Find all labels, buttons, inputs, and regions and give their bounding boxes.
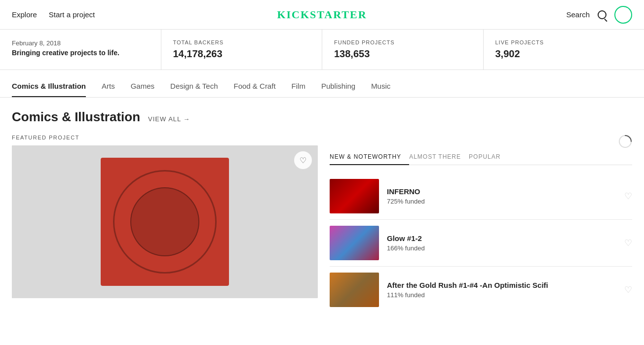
project-name: INFERNO [387,187,632,196]
project-list: INFERNO725% funded♡Glow #1-2166% funded♡… [330,173,632,313]
featured-image-wrap: ♡ [12,145,318,298]
stats-tagline: Bringing creative projects to life. [12,49,149,57]
spinner-icon [618,135,632,148]
art-circle [113,170,217,274]
backers-label: TOTAL BACKERS [173,39,310,45]
featured-artwork [12,145,318,298]
featured-label: FEATURED PROJECT [12,135,318,140]
stats-bar: February 8, 2018 Bringing creative proje… [0,30,644,70]
stats-backers-cell: TOTAL BACKERS 14,178,263 [161,30,323,69]
project-thumbnail[interactable] [330,273,379,307]
start-project-link[interactable]: Start a project [49,10,95,19]
view-all-arrow: → [183,115,190,123]
nav-left: Explore Start a project [12,10,95,19]
sub-tab-new-noteworthy[interactable]: NEW & NOTEWORTHY [330,149,409,165]
view-all-text: VIEW ALL [148,115,181,123]
loading-indicator [618,135,632,150]
project-funded: 166% funded [387,244,632,252]
project-info: INFERNO725% funded [387,187,632,205]
project-heart-button[interactable]: ♡ [624,238,632,248]
project-heart-button[interactable]: ♡ [624,284,632,295]
sub-tab-popular[interactable]: POPULAR [469,149,508,165]
project-funded: 725% funded [387,198,632,205]
category-tab-arts[interactable]: Arts [102,74,115,97]
navigation: Explore Start a project KICKSTARTER Sear… [0,0,644,30]
section-header: Comics & Illustration VIEW ALL → [12,109,632,125]
sub-tab-almost-there[interactable]: ALMOST THERE [409,149,469,165]
stats-live-cell: LIVE PROJECTS 3,902 [484,30,644,69]
category-tab-food-craft[interactable]: Food & Craft [234,74,276,97]
section-title: Comics & Illustration [12,109,140,125]
site-logo[interactable]: KICKSTARTER [277,8,367,21]
stats-date-cell: February 8, 2018 Bringing creative proje… [0,30,161,69]
category-tab-publishing[interactable]: Publishing [321,74,355,97]
category-tab-comics-illustration[interactable]: Comics & Illustration [12,74,86,97]
list-item: After the Gold Rush #1-#4 -An Optimistic… [330,267,632,313]
live-value: 3,902 [495,48,633,60]
art-circle-inner [130,187,199,256]
category-tab-music[interactable]: Music [371,74,390,97]
project-name: Glow #1-2 [387,234,632,242]
project-name: After the Gold Rush #1-#4 -An Optimistic… [387,281,632,289]
spinner-area [330,135,632,149]
category-tab-design-tech[interactable]: Design & Tech [170,74,218,97]
project-thumbnail[interactable] [330,226,379,260]
search-icon[interactable] [598,10,606,19]
featured-heart-button[interactable]: ♡ [294,151,312,169]
list-item: Glow #1-2166% funded♡ [330,220,632,267]
live-label: LIVE PROJECTS [495,39,633,45]
project-info: Glow #1-2166% funded [387,234,632,252]
featured-column: FEATURED PROJECT ♡ [12,135,318,313]
main-content: Comics & Illustration VIEW ALL → FEATURE… [0,98,644,313]
project-heart-button[interactable]: ♡ [624,191,632,202]
nav-right: Search [566,6,632,24]
right-panel: NEW & NOTEWORTHYALMOST THEREPOPULAR INFE… [330,135,632,313]
sub-tabs: NEW & NOTEWORTHYALMOST THEREPOPULAR [330,149,632,165]
category-tab-film[interactable]: Film [292,74,305,97]
project-info: After the Gold Rush #1-#4 -An Optimistic… [387,281,632,299]
category-tab-games[interactable]: Games [131,74,154,97]
project-thumbnail[interactable] [330,179,379,213]
funded-value: 138,653 [334,48,471,60]
stats-funded-cell: FUNDED PROJECTS 138,653 [322,30,484,69]
search-label: Search [566,10,590,19]
stats-date: February 8, 2018 [12,39,149,47]
content-row: FEATURED PROJECT ♡ [12,135,632,313]
list-item: INFERNO725% funded♡ [330,173,632,220]
avatar[interactable] [614,6,632,24]
funded-label: FUNDED PROJECTS [334,39,471,45]
project-funded: 111% funded [387,291,632,299]
view-all-link[interactable]: VIEW ALL → [148,115,190,123]
explore-link[interactable]: Explore [12,10,37,19]
backers-value: 14,178,263 [173,48,310,60]
logo-text: KICKSTARTER [277,8,367,21]
category-tabs: Comics & IllustrationArtsGamesDesign & T… [0,74,644,98]
art-red-square [101,158,229,286]
